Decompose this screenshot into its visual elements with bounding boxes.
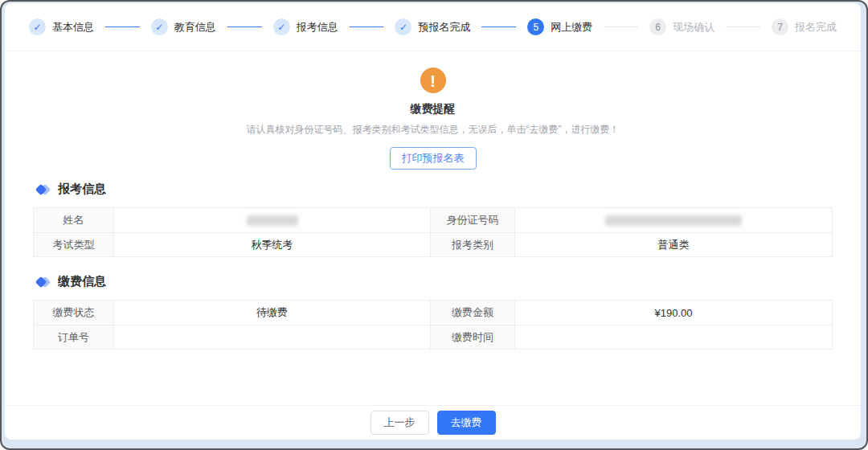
notice-description: 请认真核对身份证号码、报考类别和考试类型信息，无误后，单击“去缴费”，进行缴费！	[5, 123, 861, 137]
browser-window-frame: 基本信息 教育信息 报考信息 预报名完成 5 网上缴费	[0, 0, 868, 450]
field-value-order-number	[114, 325, 431, 349]
step-onsite-confirmation: 6 现场确认	[649, 18, 714, 35]
field-value-payment-status: 待缴费	[114, 301, 431, 325]
check-icon	[29, 18, 46, 35]
field-value-name	[114, 208, 431, 232]
payment-info-section-header: 缴费信息	[35, 274, 861, 289]
footer-action-bar: 上一步 去缴费	[5, 405, 861, 440]
table-row: 姓名 身份证号码	[34, 208, 832, 232]
registration-stepper: 基本信息 教育信息 报考信息 预报名完成 5 网上缴费	[5, 3, 861, 51]
table-row: 缴费状态 待缴费 缴费金额 ¥190.00	[34, 301, 832, 325]
step-connector	[604, 27, 638, 27]
step-label: 报考信息	[297, 20, 338, 35]
table-row: 订单号 缴费时间	[34, 325, 832, 349]
field-label: 身份证号码	[431, 208, 515, 232]
payment-step-page: 基本信息 教育信息 报考信息 预报名完成 5 网上缴费	[5, 3, 861, 440]
diamond-icon	[35, 183, 51, 196]
step-label: 基本信息	[52, 20, 94, 35]
section-title: 缴费信息	[58, 274, 106, 289]
go-to-pay-button[interactable]: 去缴费	[437, 411, 496, 435]
step-number-badge: 6	[649, 18, 666, 35]
field-label: 缴费时间	[431, 325, 515, 349]
previous-step-button[interactable]: 上一步	[371, 411, 429, 435]
table-row: 考试类型 秋季统考 报考类别 普通类	[34, 232, 832, 256]
field-label: 报考类别	[431, 233, 515, 256]
check-icon	[151, 18, 168, 35]
payment-reminder-block: ! 缴费提醒 请认真核对身份证号码、报考类别和考试类型信息，无误后，单击“去缴费…	[5, 68, 861, 170]
step-education-info: 教育信息	[151, 18, 216, 35]
step-preregistration-complete: 预报名完成	[395, 18, 470, 35]
main-content: ! 缴费提醒 请认真核对身份证号码、报考类别和考试类型信息，无误后，单击“去缴费…	[5, 51, 861, 405]
field-label: 缴费金额	[431, 301, 515, 325]
field-value-id-number	[515, 208, 832, 232]
step-application-info: 报考信息	[273, 18, 338, 35]
redacted-value	[247, 215, 298, 226]
step-label: 网上缴费	[551, 20, 592, 35]
field-label: 姓名	[34, 208, 114, 232]
field-label: 订单号	[34, 325, 114, 349]
step-basic-info: 基本信息	[29, 18, 94, 35]
step-label: 教育信息	[174, 20, 216, 35]
print-preregistration-form-button[interactable]: 打印预报名表	[390, 147, 477, 170]
step-connector	[105, 27, 140, 27]
field-value-payment-amount: ¥190.00	[515, 301, 832, 325]
step-number-badge: 7	[772, 18, 788, 35]
field-value-payment-time	[515, 325, 832, 349]
step-connector	[350, 27, 384, 27]
payment-info-table: 缴费状态 待缴费 缴费金额 ¥190.00 订单号 缴费时间	[33, 300, 833, 350]
step-label: 报名完成	[795, 20, 837, 35]
check-icon	[395, 18, 411, 35]
diamond-icon	[35, 276, 51, 288]
field-label: 缴费状态	[34, 301, 114, 325]
step-number-badge: 5	[527, 18, 544, 35]
step-connector	[726, 27, 760, 27]
field-value-exam-type: 秋季统考	[114, 233, 431, 256]
step-label: 现场确认	[673, 20, 714, 35]
step-connector	[481, 27, 516, 27]
field-label: 考试类型	[34, 233, 114, 256]
step-label: 预报名完成	[418, 20, 470, 35]
step-connector	[227, 27, 262, 27]
section-title: 报考信息	[58, 182, 106, 197]
notice-title: 缴费提醒	[5, 102, 861, 117]
field-value-application-category: 普通类	[515, 233, 832, 256]
application-info-table: 姓名 身份证号码 考试类型 秋季统考 报考类别 普通类	[33, 207, 833, 257]
check-icon	[273, 18, 290, 35]
exclamation-circle-icon: !	[420, 68, 446, 93]
step-online-payment: 5 网上缴费	[527, 18, 592, 35]
step-registration-complete: 7 报名完成	[772, 18, 837, 35]
application-info-section-header: 报考信息	[35, 182, 861, 197]
redacted-value	[605, 215, 742, 226]
